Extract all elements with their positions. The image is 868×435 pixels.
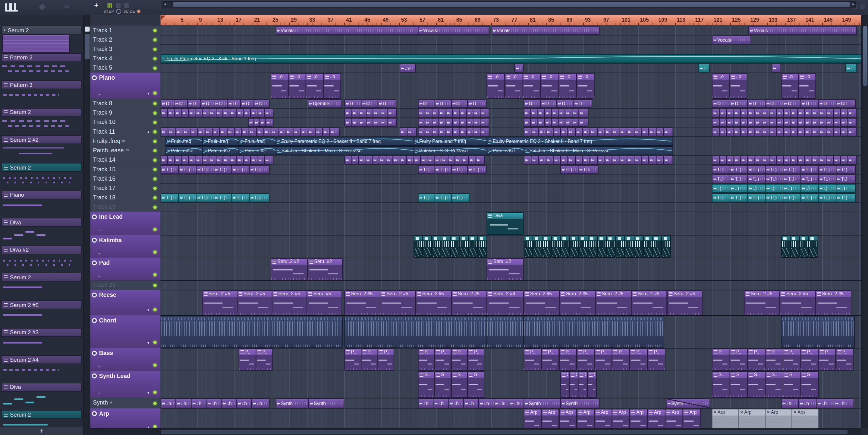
timeline-ruler[interactable]: 5913172125293337414549535761656973778185… bbox=[161, 15, 861, 26]
clip-aud[interactable]: ▸▸Vocals bbox=[418, 26, 489, 35]
clip-aud[interactable]: ▸▸T..) bbox=[161, 165, 181, 174]
clip-audt[interactable]: ▸▸T..) bbox=[818, 193, 838, 202]
clip-aud[interactable]: ▸▸T..) bbox=[800, 175, 820, 183]
clip-audt[interactable]: ▸▸T..) bbox=[214, 193, 234, 202]
mute-led[interactable] bbox=[153, 177, 157, 180]
clip-pat[interactable]: P.. bbox=[730, 348, 748, 371]
clip-audt[interactable]: ▸▸T..) bbox=[800, 193, 820, 202]
mute-led[interactable] bbox=[153, 38, 157, 41]
clip-kal[interactable] bbox=[450, 236, 460, 258]
pattern-name[interactable]: Pattern 3 bbox=[1, 81, 82, 89]
clip-aud[interactable]: ▸▸T..) bbox=[178, 165, 198, 174]
track-track-14[interactable]: Track 14 bbox=[90, 155, 160, 165]
playlist-h-scrollbar-top[interactable]: ◂ ▸ bbox=[161, 1, 856, 8]
clip-pat[interactable]: Arp bbox=[541, 409, 559, 428]
mute-led[interactable] bbox=[153, 205, 157, 208]
clip-audt[interactable]: ▸▸ bbox=[845, 64, 857, 72]
clip-aud[interactable]: ▸▸ bbox=[265, 118, 273, 127]
clip-audt[interactable]: ▸▸T..) bbox=[451, 193, 470, 202]
track-track-1[interactable]: Track 1 bbox=[90, 25, 160, 35]
clip-pat[interactable]: ..o bbox=[323, 73, 341, 98]
clip-auto[interactable]: ∞Patcher - Shaker II - Main - 3. Release bbox=[524, 146, 673, 155]
clip-aud[interactable]: ▸▸T..) bbox=[214, 165, 234, 174]
track-track-18[interactable]: Track 18 bbox=[90, 193, 160, 203]
clip-pat[interactable]: Seru..#5 bbox=[307, 290, 342, 315]
add-track-button[interactable]: + bbox=[94, 1, 98, 9]
clip-audt[interactable]: ▸▸T..) bbox=[836, 193, 856, 202]
clip-auto[interactable]: ∞Patc..ease bbox=[487, 146, 526, 155]
clip-pat[interactable]: P.. bbox=[559, 348, 577, 371]
clip-aud[interactable]: ▸▸Vocals bbox=[491, 26, 599, 35]
add-pattern-button[interactable]: + bbox=[0, 427, 83, 435]
clip-aud[interactable]: ▸▸D.. bbox=[573, 99, 592, 108]
pattern-item[interactable]: Diva bbox=[1, 218, 82, 245]
clip-pat[interactable]: ..o bbox=[504, 73, 523, 98]
clip-aud[interactable]: ▸▸T..) bbox=[730, 175, 750, 183]
pattern-item[interactable]: •Serum 2 bbox=[1, 25, 82, 53]
clip-pat[interactable]: ..o bbox=[306, 73, 323, 98]
clip-pat[interactable]: P.. bbox=[418, 348, 435, 371]
clip-aud[interactable]: ▸▸D.. bbox=[524, 99, 543, 108]
mute-led[interactable] bbox=[153, 196, 157, 199]
clip-kal[interactable] bbox=[542, 236, 552, 258]
mute-led[interactable] bbox=[153, 283, 157, 287]
clip-aud[interactable]: ▸▸D.. bbox=[254, 99, 270, 108]
pattern-name[interactable]: Diva #2 bbox=[1, 245, 82, 254]
clip-aud[interactable]: ▸▸T..) bbox=[818, 175, 838, 183]
clip-aud[interactable]: ▸▸T..) bbox=[765, 165, 785, 174]
clip-kal[interactable] bbox=[579, 236, 588, 258]
clip-kal[interactable] bbox=[790, 236, 800, 258]
clip-pat[interactable]: Seru..#2 bbox=[307, 258, 342, 280]
clip-aud[interactable]: ▸▸Synth bbox=[560, 399, 600, 408]
clip-pat[interactable]: Seru..2 #5 bbox=[780, 290, 816, 315]
clip-pat[interactable]: P.. bbox=[377, 348, 394, 371]
clip-pat[interactable]: Arp bbox=[612, 409, 630, 428]
clip-aud[interactable]: ▸▸T..) bbox=[836, 175, 856, 183]
clip-pat[interactable]: P.. bbox=[524, 348, 541, 371]
playlist-v-scrollbar[interactable] bbox=[861, 15, 868, 428]
mute-led[interactable] bbox=[153, 251, 157, 254]
clip-audt[interactable]: ▸▸..) bbox=[818, 184, 838, 193]
clip-audt[interactable]: ▸▸T..) bbox=[161, 193, 181, 202]
clip-aud[interactable]: ▸▸T..) bbox=[249, 165, 269, 174]
clip-aud[interactable]: ▸▸D.. bbox=[747, 99, 767, 108]
clip-aud[interactable]: ▸▸T..) bbox=[730, 165, 750, 174]
clip-mut[interactable]: ×Arp bbox=[765, 409, 792, 428]
track-track-3[interactable]: Track 3 bbox=[90, 45, 160, 54]
clip-aud[interactable]: ▸▸ bbox=[847, 156, 857, 165]
clip-kal[interactable] bbox=[441, 236, 451, 258]
clip-pat[interactable]: ..o bbox=[712, 73, 730, 98]
clip-aud[interactable]: ▸▸ bbox=[847, 109, 857, 117]
clip-aud[interactable]: ▸▸..h bbox=[251, 399, 269, 408]
clip-aud[interactable]: ▸▸ bbox=[480, 127, 490, 136]
pattern-item[interactable]: Serum 2 #4 bbox=[1, 355, 82, 382]
clip-pat[interactable]: P.. bbox=[361, 348, 378, 371]
clip-pat[interactable]: ..o bbox=[798, 73, 816, 98]
clip-kal[interactable] bbox=[569, 236, 579, 258]
clip-aud[interactable]: ▸▸D.. bbox=[434, 99, 454, 108]
pattern-scroll-thumb[interactable] bbox=[85, 34, 90, 59]
track-chord[interactable]: Chord...▼ bbox=[90, 315, 160, 348]
clip-pat[interactable]: Arp bbox=[524, 409, 541, 428]
mute-led[interactable] bbox=[153, 308, 157, 311]
clip-aud[interactable]: ▸▸T..) bbox=[765, 175, 785, 183]
pattern-name[interactable]: Serum 2 bbox=[1, 108, 82, 117]
pattern-item[interactable]: Diva bbox=[1, 383, 82, 410]
clip-aud[interactable]: ▸▸D.. bbox=[783, 99, 803, 108]
clip-pat[interactable]: S.. bbox=[434, 371, 451, 398]
clip-kal[interactable] bbox=[624, 236, 634, 258]
play-start-marker[interactable] bbox=[161, 16, 165, 20]
step-toggle[interactable] bbox=[116, 9, 121, 14]
clip-aud[interactable]: ▸▸D.. bbox=[418, 99, 437, 108]
clip-kal[interactable] bbox=[560, 236, 570, 258]
clip-aud[interactable]: ▸▸T..) bbox=[434, 165, 454, 174]
clip-auto[interactable]: ∞Patc..ease bbox=[202, 146, 241, 155]
mute-led[interactable] bbox=[153, 111, 157, 114]
clip-mut[interactable]: ×Arp bbox=[712, 409, 739, 428]
link-icon[interactable]: ∞ bbox=[64, 3, 69, 10]
mute-led[interactable] bbox=[153, 130, 157, 133]
clip-pat[interactable]: ..o bbox=[523, 73, 541, 98]
track-track-19[interactable]: Track 19 bbox=[90, 202, 160, 212]
pattern-name[interactable]: Diva bbox=[1, 218, 82, 227]
clip-aud[interactable]: ▸▸T..) bbox=[836, 165, 856, 174]
